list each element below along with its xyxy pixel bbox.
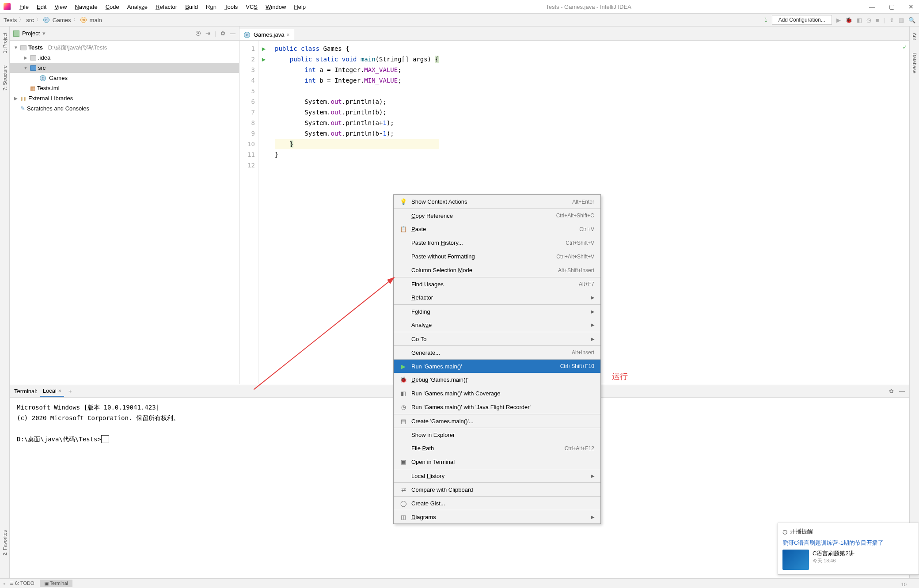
run-icon[interactable]: ▶ (836, 17, 841, 23)
coverage-icon[interactable]: ◧ (857, 17, 862, 23)
tab-favorites[interactable]: 2: Favorites (1, 527, 8, 558)
menu-help[interactable]: Help (290, 2, 309, 12)
ctx-paste-plain[interactable]: Paste without FormattingCtrl+Alt+Shift+V (394, 250, 600, 263)
project-title[interactable]: Project (22, 30, 40, 37)
tree-games[interactable]: cGames (10, 73, 239, 83)
tree-scratch[interactable]: ✎Scratches and Consoles (10, 103, 239, 114)
close-button[interactable]: ✕ (907, 3, 915, 10)
terminal-tab-local[interactable]: Local × (40, 386, 64, 397)
popup-thumbnail (782, 550, 809, 570)
run-gutter: ▶ ▶ (259, 41, 269, 384)
tree-src[interactable]: ▼src (10, 63, 239, 73)
tree-idea[interactable]: ▶.idea (10, 53, 239, 63)
window-controls: — ▢ ✕ (868, 3, 915, 10)
tree-iml[interactable]: ▦Tests.iml (10, 83, 239, 93)
clock-icon: ◷ (782, 528, 787, 535)
ctx-coverage[interactable]: ◧Run 'Games.main()' with Coverage (394, 387, 600, 400)
crumb-main[interactable]: main (90, 17, 102, 23)
tab-database[interactable]: Database (911, 50, 918, 76)
bulb-icon: 💡 (400, 198, 407, 205)
run-config-dropdown[interactable]: Add Configuration... (772, 15, 832, 25)
editor-tabs: c Games.java × (239, 27, 909, 41)
ctx-generate[interactable]: Generate...Alt+Insert (394, 345, 600, 359)
ctx-refactor[interactable]: Refactor▶ (394, 291, 600, 304)
search-icon[interactable]: 🔍 (908, 17, 915, 23)
ctx-goto[interactable]: Go To▶ (394, 332, 600, 345)
ctx-explorer[interactable]: Show in Explorer (394, 428, 600, 441)
ctx-paste-history[interactable]: Paste from History...Ctrl+Shift+V (394, 236, 600, 250)
notification-popup[interactable]: ◷开播提醒 鹏哥C语言刷题训练营-1期的节目开播了 C语言刷题第2讲 今天 18… (778, 523, 919, 575)
tree-root[interactable]: ▼Tests D:\桌面\java\代码\Tests (10, 42, 239, 53)
tree-external[interactable]: ▶⫿⫿External Libraries (10, 93, 239, 103)
ctx-debug[interactable]: 🐞Debug 'Games.main()' (394, 373, 600, 387)
menu-window[interactable]: Window (262, 2, 289, 12)
ctx-run[interactable]: ▶Run 'Games.main()'Ctrl+Shift+F10 (394, 359, 600, 373)
status-todo[interactable]: ≣ 6: TODO (5, 580, 39, 587)
add-terminal-icon[interactable]: + (68, 388, 72, 395)
tab-project[interactable]: 1: Project (1, 30, 8, 56)
menu-tools[interactable]: Tools (221, 2, 241, 12)
hide-icon[interactable]: — (230, 30, 235, 37)
popup-link[interactable]: 鹏哥C语言刷题训练营-1期的节目开播了 (782, 539, 914, 547)
crumb-src[interactable]: src (26, 17, 34, 23)
ctx-diagrams[interactable]: ◫Diagrams▶ (394, 510, 600, 524)
crumb-games[interactable]: Games (53, 17, 71, 23)
close-icon[interactable]: × (286, 32, 289, 38)
menu-run[interactable]: Run (202, 2, 220, 12)
right-tool-stripe: Ant Database (909, 27, 919, 578)
collapse-icon[interactable]: ⇥ (205, 30, 210, 37)
tab-structure[interactable]: 7: Structure (1, 63, 8, 93)
inspection-ok-icon: ✓ (903, 43, 907, 50)
line-col: 10 (901, 582, 907, 587)
terminal-icon: ▣ (400, 459, 407, 465)
ctx-create-gist[interactable]: ◯Create Gist... (394, 496, 600, 510)
method-icon: m (80, 17, 87, 23)
menu-code[interactable]: Code (102, 2, 123, 12)
status-terminal[interactable]: ▣ Terminal (40, 580, 72, 587)
class-icon: c (43, 17, 49, 23)
menu-edit[interactable]: Edit (33, 2, 50, 12)
minimize-button[interactable]: — (868, 3, 877, 10)
gear-icon[interactable]: ✿ (220, 30, 225, 37)
structure-icon[interactable]: ▥ (899, 17, 904, 23)
tab-ant[interactable]: Ant (911, 30, 918, 43)
run-gutter-icon[interactable]: ▶ (259, 54, 269, 64)
profiler-icon: ◷ (400, 404, 407, 410)
debug-icon[interactable]: 🐞 (845, 17, 852, 23)
ctx-analyze[interactable]: Analyze▶ (394, 318, 600, 332)
profiler-icon[interactable]: ◷ (866, 17, 871, 23)
ctx-filepath[interactable]: File PathCtrl+Alt+F12 (394, 441, 600, 455)
stop-icon[interactable]: ■ (876, 17, 879, 23)
ctx-folding[interactable]: Folding▶ (394, 304, 600, 318)
menu-view[interactable]: View (51, 2, 70, 12)
crumb-tests[interactable]: Tests (4, 17, 17, 23)
hide-icon[interactable]: — (899, 388, 905, 395)
ctx-find-usages[interactable]: Find UsagesAlt+F7 (394, 277, 600, 291)
menu-refactor[interactable]: Refactor (152, 2, 181, 12)
ctx-paste[interactable]: 📋PasteCtrl+V (394, 222, 600, 236)
editor-tab-games[interactable]: c Games.java × (239, 29, 294, 40)
vcs-icon[interactable]: ⇪ (889, 17, 894, 23)
ctx-flight[interactable]: ◷Run 'Games.main()' with 'Java Flight Re… (394, 400, 600, 414)
menu-vcs[interactable]: VCS (242, 2, 261, 12)
ctx-column-select[interactable]: Column Selection ModeAlt+Shift+Insert (394, 263, 600, 277)
ctx-copy-reference[interactable]: Copy ReferenceCtrl+Alt+Shift+C (394, 209, 600, 222)
class-icon: c (244, 32, 250, 38)
menubar: File Edit View Navigate Code Analyze Ref… (16, 2, 309, 12)
ctx-show-actions[interactable]: 💡Show Context ActionsAlt+Enter (394, 195, 600, 209)
menu-build[interactable]: Build (182, 2, 201, 12)
menu-file[interactable]: File (16, 2, 32, 12)
ctx-compare-clipboard[interactable]: ⇄Compare with Clipboard (394, 482, 600, 496)
build-icon[interactable]: ⤵ (764, 17, 767, 23)
gear-icon[interactable]: ✿ (889, 388, 894, 395)
maximize-button[interactable]: ▢ (887, 3, 896, 10)
locate-icon[interactable]: ⦿ (195, 30, 201, 37)
run-icon: ▶ (400, 363, 407, 370)
left-tool-stripe: 1: Project 7: Structure 2: Favorites (0, 27, 10, 578)
run-gutter-icon[interactable]: ▶ (259, 43, 269, 54)
menu-analyze[interactable]: Analyze (124, 2, 151, 12)
ctx-create[interactable]: ▤Create 'Games.main()'... (394, 414, 600, 428)
menu-navigate[interactable]: Navigate (71, 2, 101, 12)
ctx-local-history[interactable]: Local History▶ (394, 469, 600, 482)
ctx-open-terminal[interactable]: ▣Open in Terminal (394, 455, 600, 469)
